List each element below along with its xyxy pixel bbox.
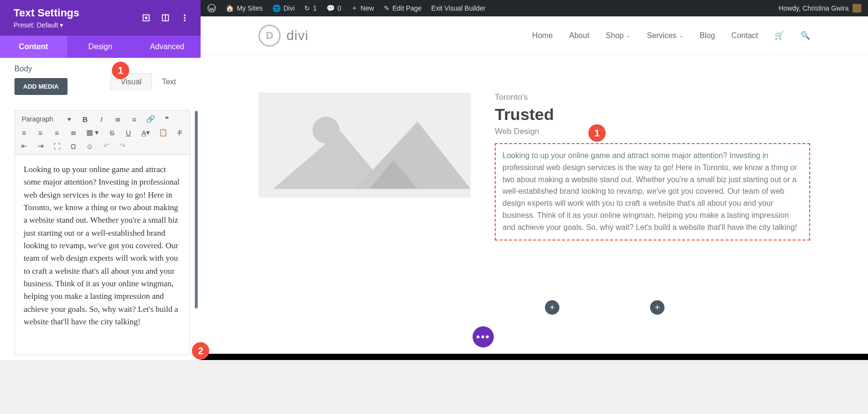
- howdy-text[interactable]: Howdy, Christina Gwira: [779, 4, 849, 12]
- bold-icon[interactable]: B: [80, 114, 90, 124]
- updates-link[interactable]: ↻ 1: [304, 4, 317, 12]
- snap-icon[interactable]: [161, 13, 170, 22]
- nav-shop[interactable]: Shop ⌄: [606, 31, 630, 40]
- indent-icon[interactable]: ⇥: [35, 141, 46, 151]
- emoji-icon[interactable]: ☺: [84, 141, 95, 151]
- settings-header: Text Settings Preset: Default ▾: [0, 0, 201, 36]
- table-icon[interactable]: ▦ ▾: [84, 127, 101, 138]
- body-editor[interactable]: Looking to up your online game and attra…: [14, 155, 190, 355]
- editor-tab-text[interactable]: Text: [152, 73, 186, 90]
- site-header: D divi Home About Shop ⌄ Services ⌄ Blog…: [201, 16, 868, 55]
- settings-title: Text Settings: [14, 7, 142, 19]
- annotation-marker-1b: 1: [588, 124, 606, 142]
- edit-page-link[interactable]: ✎ Edit Page: [384, 4, 422, 12]
- exit-builder-link[interactable]: Exit Visual Builder: [431, 4, 486, 12]
- add-module-button[interactable]: +: [650, 300, 665, 315]
- site-link[interactable]: 🌐 Divi: [272, 4, 295, 12]
- cart-icon[interactable]: 🛒: [774, 31, 784, 40]
- page-preview: 🏠 My Sites 🌐 Divi ↻ 1 💬 0 ＋ New ✎ Edit P…: [201, 0, 868, 414]
- avatar[interactable]: [853, 4, 861, 13]
- tab-advanced[interactable]: Advanced: [134, 36, 201, 58]
- logo-text: divi: [286, 28, 309, 43]
- settings-body: Body ADD MEDIA Visual Text Paragraph▾ B …: [0, 58, 201, 395]
- special-char-icon[interactable]: Ω: [68, 141, 79, 151]
- chevron-down-icon: ⌄: [679, 33, 683, 38]
- tb-redo-icon[interactable]: ↷: [117, 141, 128, 151]
- format-dropdown[interactable]: Paragraph▾: [19, 114, 74, 124]
- expand-icon[interactable]: [142, 13, 150, 22]
- nav-services[interactable]: Services ⌄: [647, 31, 683, 40]
- headline-text: Trusted: [495, 105, 810, 124]
- preset-selector[interactable]: Preset: Default ▾: [14, 21, 142, 29]
- subhead-text: Web Design: [495, 127, 810, 136]
- scrollbar[interactable]: [195, 111, 198, 308]
- logo-mark: D: [258, 25, 281, 47]
- search-icon[interactable]: 🔍: [800, 31, 810, 40]
- image-placeholder[interactable]: [258, 93, 471, 198]
- wp-logo-icon[interactable]: [207, 4, 216, 13]
- outdent-icon[interactable]: ⇤: [19, 141, 29, 151]
- paste-icon[interactable]: 📋: [158, 127, 168, 138]
- link-icon[interactable]: 🔗: [145, 114, 156, 124]
- nav-contact[interactable]: Contact: [732, 31, 758, 40]
- tb-undo-icon[interactable]: ↶: [101, 141, 111, 151]
- align-center-icon[interactable]: ≡: [35, 127, 46, 138]
- primary-nav: Home About Shop ⌄ Services ⌄ Blog Contac…: [532, 31, 810, 40]
- selected-text-module[interactable]: Looking to up your online game and attra…: [495, 143, 810, 240]
- add-media-button[interactable]: ADD MEDIA: [14, 78, 68, 95]
- fullscreen-icon[interactable]: ⛶: [52, 141, 62, 151]
- svg-point-6: [184, 20, 186, 22]
- strike-icon[interactable]: S: [107, 127, 117, 138]
- svg-point-4: [184, 14, 186, 16]
- wp-admin-bar: 🏠 My Sites 🌐 Divi ↻ 1 💬 0 ＋ New ✎ Edit P…: [201, 0, 868, 16]
- nav-about[interactable]: About: [569, 31, 589, 40]
- body-field-label: Body: [14, 65, 190, 73]
- site-logo[interactable]: D divi: [258, 25, 309, 47]
- comments-link[interactable]: 💬 0: [326, 4, 341, 12]
- ol-icon[interactable]: ≡: [129, 114, 139, 124]
- wysiwyg-toolbar: Paragraph▾ B I ≣ ≡ 🔗 ❝ ≡ ≡ ≡ ≣ ▦ ▾ S U A…: [14, 110, 190, 155]
- textcolor-icon[interactable]: A ▾: [139, 127, 152, 138]
- chevron-down-icon: ⌄: [626, 33, 630, 38]
- nav-home[interactable]: Home: [532, 31, 553, 40]
- align-left-icon[interactable]: ≡: [19, 127, 29, 138]
- builder-fab-button[interactable]: •••: [473, 326, 494, 347]
- annotation-marker-1: 1: [112, 62, 129, 79]
- quote-icon[interactable]: ❝: [162, 114, 172, 124]
- svg-point-5: [184, 17, 186, 19]
- tab-content[interactable]: Content: [0, 36, 67, 58]
- italic-icon[interactable]: I: [96, 114, 107, 124]
- settings-panel: Text Settings Preset: Default ▾ Content …: [0, 0, 201, 414]
- clear-format-icon[interactable]: T̶: [174, 127, 185, 138]
- align-right-icon[interactable]: ≡: [52, 127, 62, 138]
- bottom-bar: [201, 354, 868, 361]
- ul-icon[interactable]: ≣: [112, 114, 123, 124]
- my-sites-link[interactable]: 🏠 My Sites: [226, 4, 263, 12]
- align-justify-icon[interactable]: ≣: [68, 127, 79, 138]
- annotation-marker-2: 2: [192, 342, 209, 360]
- nav-blog[interactable]: Blog: [700, 31, 715, 40]
- tab-design[interactable]: Design: [67, 36, 134, 58]
- kebab-icon[interactable]: [180, 13, 189, 22]
- add-module-button[interactable]: +: [545, 300, 559, 315]
- new-link[interactable]: ＋ New: [351, 4, 374, 13]
- underline-icon[interactable]: U: [123, 127, 134, 138]
- page-chrome-bottom: [0, 360, 868, 414]
- svg-point-1: [145, 17, 147, 19]
- kicker-text: Toronto's: [495, 93, 810, 102]
- settings-tabs: Content Design Advanced: [0, 36, 201, 58]
